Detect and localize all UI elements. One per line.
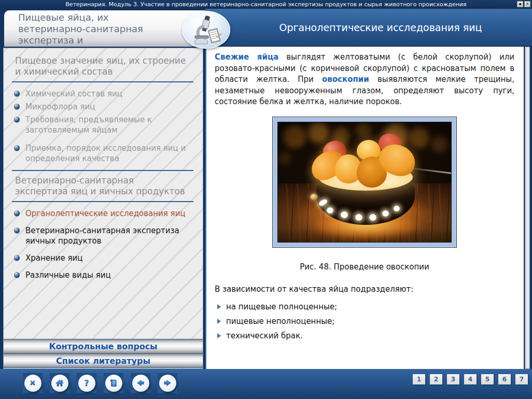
literature-button[interactable] bbox=[104, 373, 123, 393]
bullet-icon bbox=[14, 227, 20, 233]
sidebar-item[interactable]: Различные виды яиц bbox=[14, 270, 198, 280]
sidebar-item-label: Приемка, порядок исследования яиц и опре… bbox=[25, 144, 186, 163]
bullet-icon bbox=[14, 91, 20, 96]
content-panel: Свежие яйца выглядят желтоватыми (с бело… bbox=[205, 47, 524, 369]
sidebar-item[interactable]: Хранение яиц bbox=[14, 253, 198, 263]
sidebar-item-label: Органолептические исследования яиц bbox=[25, 209, 186, 218]
page-button-2[interactable]: 2 bbox=[430, 374, 442, 384]
home-icon bbox=[51, 375, 68, 392]
sidebar-item-label: Микрофлора яиц bbox=[25, 102, 95, 111]
footer-bar: ? 1234567 bbox=[0, 369, 532, 399]
back-button[interactable] bbox=[131, 373, 150, 393]
exit-button[interactable] bbox=[23, 373, 43, 393]
arrow-bullet-icon bbox=[217, 333, 221, 338]
sidebar-item-label: Хранение яиц bbox=[25, 253, 83, 263]
control-questions-button[interactable]: Контрольные вопросы bbox=[4, 339, 203, 353]
home-button[interactable] bbox=[50, 373, 69, 393]
figure-caption: Рис. 48. Проведение овоскопии bbox=[215, 262, 514, 272]
bullet-icon bbox=[14, 104, 20, 109]
figure bbox=[272, 117, 457, 248]
window-controls: ▪ ✕ bbox=[517, 1, 530, 7]
ovoscopy-photo bbox=[277, 122, 452, 243]
term-link[interactable]: овоскопии bbox=[322, 75, 369, 84]
list-item: пищевые неполноценные; bbox=[215, 314, 514, 329]
sidebar-sections: Пищевое значение яиц, их строение и хими… bbox=[4, 53, 203, 337]
quality-list: на пищевые полноценные;пищевые неполноце… bbox=[215, 300, 514, 343]
help-button[interactable]: ? bbox=[77, 373, 96, 393]
bullet-icon bbox=[14, 272, 20, 278]
title-bar: Ветеринария. Модуль 3. Участие в проведе… bbox=[0, 0, 532, 9]
page-selector: 1234567 bbox=[413, 374, 528, 384]
sidebar-item-label: Химический состав яиц bbox=[25, 89, 122, 98]
sidebar-item[interactable]: Органолептические исследования яиц bbox=[14, 208, 198, 219]
bullet-icon bbox=[14, 210, 20, 216]
minimize-button[interactable]: ▪ bbox=[517, 1, 523, 7]
sidebar-section-title: Ветеринарно-санитарная экспертиза яиц и … bbox=[4, 173, 203, 197]
list-item: технический брак. bbox=[215, 329, 514, 343]
forward-button[interactable] bbox=[158, 373, 177, 393]
sidebar-item[interactable]: Ветеринарно-санитарная экспертиза яичных… bbox=[14, 225, 198, 246]
close-icon bbox=[24, 375, 41, 392]
help-icon: ? bbox=[78, 375, 95, 392]
close-window-button[interactable]: ✕ bbox=[524, 1, 530, 7]
page-title: Органолептические исследования яиц bbox=[279, 22, 482, 33]
page-button-3[interactable]: 3 bbox=[447, 374, 459, 384]
svg-text:?: ? bbox=[84, 379, 89, 388]
page-button-1[interactable]: 1 bbox=[413, 374, 425, 384]
sidebar-section-title: Пищевое значение яиц, их строение и хими… bbox=[4, 53, 203, 77]
sidebar-item-label: Различные виды яиц bbox=[25, 270, 111, 280]
sidebar-item[interactable]: Требования, предъявляемые к заготовляемы… bbox=[14, 115, 198, 135]
sidebar-item-label: Требования, предъявляемые к заготовляемы… bbox=[25, 115, 152, 135]
window-title: Ветеринария. Модуль 3. Участие в проведе… bbox=[65, 1, 466, 8]
term-link[interactable]: Свежие яйца bbox=[215, 52, 278, 62]
photo-vignette bbox=[278, 122, 451, 242]
bullet-icon bbox=[14, 145, 20, 151]
arrow-bullet-icon bbox=[217, 319, 221, 324]
page-button-4[interactable]: 4 bbox=[464, 374, 477, 384]
sidebar-item[interactable]: Приемка, порядок исследования яиц и опре… bbox=[14, 143, 198, 164]
sidebar-item[interactable]: Микрофлора яиц bbox=[14, 102, 198, 112]
scroll-icon bbox=[105, 375, 122, 392]
arrow-bullet-icon bbox=[217, 304, 221, 309]
lead-paragraph: Свежие яйца выглядят желтоватыми (с бело… bbox=[215, 52, 514, 108]
page-button-6[interactable]: 6 bbox=[498, 374, 511, 384]
microscope-icon bbox=[182, 11, 230, 49]
bullet-icon bbox=[14, 255, 20, 261]
sidebar-item-label: Ветеринарно-санитарная экспертиза яичных… bbox=[25, 226, 179, 246]
forward-arrow-icon bbox=[159, 375, 176, 392]
list-intro: В зависимости от качества яйца подраздел… bbox=[215, 284, 514, 294]
toolbar: ? bbox=[23, 373, 177, 393]
sidebar-item[interactable]: Химический состав яиц bbox=[14, 89, 198, 99]
page-button-7[interactable]: 7 bbox=[515, 374, 528, 384]
scrollbar-track bbox=[525, 47, 530, 369]
list-item: на пищевые полноценные; bbox=[215, 300, 514, 314]
course-window: { "window": { "title": "Ветеринария. Мод… bbox=[0, 0, 532, 399]
bullet-icon bbox=[14, 117, 20, 122]
photo-frame bbox=[272, 117, 457, 248]
page-button-5[interactable]: 5 bbox=[481, 374, 494, 384]
page-title-bar: Органолептические исследования яиц bbox=[205, 9, 532, 47]
sidebar: Пищевое значение яиц, их строение и хими… bbox=[3, 48, 203, 369]
back-arrow-icon bbox=[132, 375, 149, 392]
literature-list-button[interactable]: Список литературы bbox=[4, 353, 203, 368]
chapter-title: Пищевые яйца, их ветеринарно-санитарная … bbox=[4, 10, 205, 47]
